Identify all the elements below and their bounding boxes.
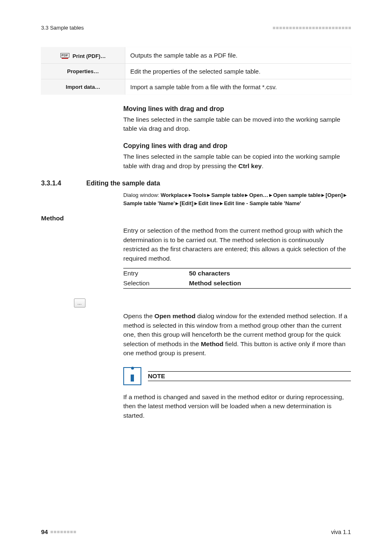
- page-footer: 94 viva 1.1: [41, 528, 351, 535]
- method-heading: Method: [41, 215, 351, 222]
- dialog-breadcrumb: Dialog window: Workplace▶Tools▶Sample ta…: [123, 191, 351, 207]
- body-text: Opens the Open method dialog window for …: [123, 312, 351, 358]
- browse-desc-block: Opens the Open method dialog window for …: [123, 312, 351, 358]
- copying-lines-section: Copying lines with drag and drop The lin…: [123, 142, 351, 171]
- action-desc: Outputs the sample table as a PDF file.: [125, 47, 351, 63]
- subsection-title: Moving lines with drag and drop: [123, 105, 351, 113]
- info-icon: [123, 367, 141, 385]
- moving-lines-section: Moving lines with drag and drop The line…: [123, 105, 351, 134]
- table-row: PDF Print (PDF)… Outputs the sample tabl…: [41, 47, 351, 63]
- param-value: 50 characters: [189, 270, 230, 277]
- note-title: NOTE: [148, 372, 165, 379]
- section-title: Editing the sample data: [86, 180, 160, 187]
- method-body-block: Entry or selection of the method from th…: [123, 226, 351, 263]
- body-text: The lines selected in the sample table c…: [123, 152, 351, 171]
- browse-row: …: [41, 298, 351, 308]
- section-heading: 3.3.1.4 Editing the sample data: [41, 180, 351, 187]
- ellipsis-icon: …: [77, 301, 82, 305]
- method-params-table: Entry 50 characters Selection Method sel…: [123, 268, 351, 289]
- subsection-title: Copying lines with drag and drop: [123, 142, 351, 150]
- header-decoration: [273, 27, 351, 29]
- param-value: Method selection: [189, 280, 241, 287]
- page-number: 94: [41, 528, 48, 535]
- action-properties: Properties…: [41, 63, 125, 79]
- note-body: If a method is changed and saved in the …: [123, 393, 351, 420]
- body-text: Entry or selection of the method from th…: [123, 226, 351, 263]
- table-row: Properties… Edit the properties of the s…: [41, 63, 351, 79]
- table-row: Selection Method selection: [123, 278, 351, 288]
- pdf-icon: PDF: [60, 53, 69, 59]
- table-row: Entry 50 characters: [123, 268, 351, 278]
- param-label: Selection: [123, 280, 189, 287]
- note-block: NOTE If a method is changed and saved in…: [123, 367, 351, 420]
- table-row: Import data… Import a sample table from …: [41, 79, 351, 95]
- action-label: Import data…: [66, 84, 100, 90]
- page-header: 3.3 Sample tables: [41, 25, 351, 31]
- param-label: Entry: [123, 270, 189, 277]
- action-import-data: Import data…: [41, 79, 125, 95]
- action-print-pdf: PDF Print (PDF)…: [41, 47, 125, 63]
- actions-table: PDF Print (PDF)… Outputs the sample tabl…: [41, 47, 351, 95]
- action-label: Properties…: [67, 68, 99, 74]
- body-text: The lines selected in the sample table c…: [123, 115, 351, 134]
- footer-version: viva 1.1: [331, 529, 351, 535]
- section-number: 3.3.1.4: [41, 180, 74, 187]
- action-desc: Edit the properties of the selected samp…: [125, 63, 351, 79]
- browse-button[interactable]: …: [74, 298, 85, 308]
- footer-decoration: [51, 531, 76, 533]
- header-breadcrumb: 3.3 Sample tables: [41, 25, 84, 31]
- action-desc: Import a sample table from a file with t…: [125, 79, 351, 95]
- action-label: Print (PDF)…: [73, 53, 106, 59]
